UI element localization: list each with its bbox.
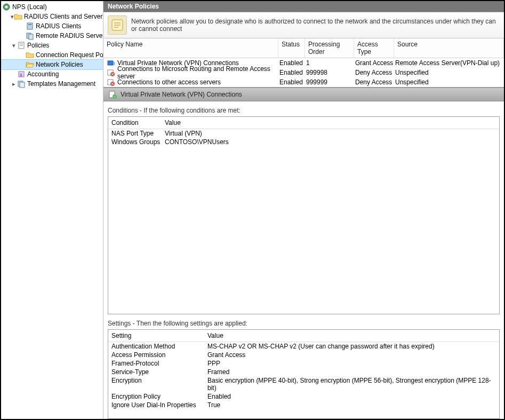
templates-icon: [17, 80, 26, 88]
tree-root-nps[interactable]: NPS (Local): [1, 2, 103, 12]
server-group-icon: [26, 31, 34, 40]
tree-accounting[interactable]: $ Accounting: [1, 69, 103, 79]
policies-label: Policies: [27, 42, 49, 49]
policy-source: Unspecified: [395, 69, 501, 76]
policy-detail-icon: [108, 90, 117, 99]
templates-label: Templates Management: [27, 80, 95, 88]
folder-open-icon: [26, 60, 34, 69]
policy-status: Enabled: [279, 69, 306, 76]
accounting-label: Accounting: [27, 70, 59, 78]
tree-radius-clients[interactable]: RADIUS Clients: [1, 21, 103, 31]
tree-connection-request[interactable]: Connection Request Po: [1, 50, 103, 60]
policy-access: Deny Access: [355, 78, 395, 86]
settings-label: Settings - Then the following settings a…: [103, 314, 504, 329]
svg-rect-3: [28, 24, 31, 25]
detail-header: Virtual Private Network (VPN) Connection…: [103, 88, 504, 101]
main-header: Network Policies: [103, 1, 504, 12]
caret-down-icon: ▾: [11, 42, 17, 49]
policy-list: Policy Name Status Processing Order Acce…: [103, 38, 504, 88]
policies-icon: [17, 41, 26, 50]
radius-clients-label: RADIUS Clients: [36, 22, 81, 30]
banner-text: Network policies allow you to designate …: [131, 18, 500, 33]
policy-source: Unspecified: [395, 78, 501, 86]
svg-point-1: [5, 6, 8, 9]
policy-order: 999999: [306, 78, 355, 86]
set-col-name: Setting: [111, 332, 207, 339]
deny-icon: [107, 78, 115, 86]
set-col-value: Value: [207, 332, 223, 339]
policy-status: Enabled: [279, 59, 306, 67]
svg-rect-12: [20, 82, 25, 88]
tree-policies-group[interactable]: ▾ Policies: [1, 41, 103, 50]
col-status[interactable]: Status: [278, 38, 305, 58]
folder-icon: [14, 12, 22, 21]
policy-access: Deny Access: [355, 69, 395, 76]
tree-network-policies[interactable]: Network Policies: [1, 60, 103, 69]
col-source[interactable]: Source: [394, 38, 504, 58]
condition-row[interactable]: Windows Groups CONTOSO\VPNUsers: [108, 138, 499, 146]
accounting-icon: $: [17, 70, 26, 78]
detail-title-text: Virtual Private Network (VPN) Connection…: [121, 91, 242, 98]
setting-row[interactable]: Ignore User Dial-In PropertiesTrue: [108, 401, 499, 409]
policy-order: 1: [306, 59, 355, 67]
conditions-label: Conditions - If the following conditions…: [103, 101, 504, 116]
column-headers: Policy Name Status Processing Order Acce…: [103, 38, 504, 58]
scroll-icon: [108, 15, 127, 35]
conditions-header: Condition Value: [108, 117, 499, 129]
setting-row[interactable]: Access PermissionGrant Access: [108, 351, 499, 359]
caret-empty: [11, 71, 17, 77]
net-policies-label: Network Policies: [36, 61, 83, 68]
policy-row-2[interactable]: Connections to other access servers Enab…: [103, 77, 504, 87]
conn-req-label: Connection Request Po: [36, 51, 103, 59]
tree-templates[interactable]: ▸ Templates Management: [1, 79, 103, 89]
server-icon: [26, 22, 34, 30]
tree-radius-label: RADIUS Clients and Servers: [24, 13, 103, 20]
deny-icon: [107, 68, 115, 77]
setting-row[interactable]: Service-TypeFramed: [108, 368, 499, 376]
svg-rect-2: [27, 23, 33, 29]
nps-icon: [2, 3, 11, 11]
col-order[interactable]: Processing Order: [305, 38, 354, 58]
folder-icon: [26, 51, 34, 59]
settings-header: Setting Value: [108, 330, 499, 342]
settings-box: Setting Value Authentication MethodMS-CH…: [108, 329, 500, 419]
info-banner: Network policies allow you to designate …: [103, 12, 504, 38]
conditions-box: Condition Value NAS Port Type Virtual (V…: [108, 116, 500, 314]
setting-row[interactable]: Authentication MethodMS-CHAP v2 OR MS-CH…: [108, 342, 499, 351]
svg-point-28: [113, 94, 117, 99]
policy-status: Enabled: [279, 78, 306, 86]
policy-access: Grant Access: [355, 59, 395, 67]
svg-rect-5: [29, 34, 33, 39]
remote-radius-label: Remote RADIUS Server: [36, 32, 103, 39]
col-name[interactable]: Policy Name: [103, 38, 278, 58]
setting-row[interactable]: Framed-ProtocolPPP: [108, 359, 499, 368]
tree-root-label: NPS (Local): [12, 3, 47, 11]
setting-row[interactable]: EncryptionBasic encryption (MPPE 40-bit)…: [108, 376, 499, 392]
condition-row[interactable]: NAS Port Type Virtual (VPN): [108, 129, 499, 138]
policy-row-1[interactable]: Connections to Microsoft Routing and Rem…: [103, 68, 504, 77]
policy-order: 999998: [306, 69, 355, 76]
detail-body: Conditions - If the following conditions…: [103, 101, 504, 419]
tree-remote-radius[interactable]: Remote RADIUS Server: [1, 31, 103, 41]
tree-panel: NPS (Local) ▾ RADIUS Clients and Servers…: [1, 1, 103, 419]
setting-row[interactable]: Encryption PolicyEnabled: [108, 392, 499, 401]
policy-source: Remote Access Server(VPN-Dial up): [395, 59, 501, 67]
policy-name: Connections to other access servers: [117, 78, 221, 86]
cond-col-value: Value: [165, 119, 181, 126]
svg-rect-17: [108, 61, 113, 65]
svg-text:$: $: [20, 73, 22, 77]
caret-right-icon: ▸: [11, 81, 17, 88]
cond-col-name: Condition: [111, 119, 165, 126]
main-panel: Network Policies Network policies allow …: [103, 1, 504, 419]
col-access[interactable]: Access Type: [354, 38, 394, 58]
tree-radius-group[interactable]: ▾ RADIUS Clients and Servers: [1, 12, 103, 21]
